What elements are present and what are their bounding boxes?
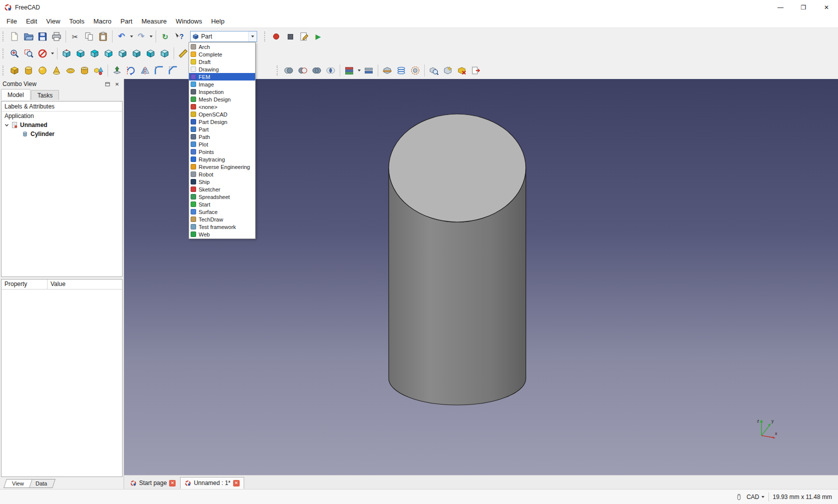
tab-tasks[interactable]: Tasks	[31, 90, 60, 100]
refine-shape-button[interactable]	[441, 63, 455, 78]
open-file-button[interactable]	[22, 29, 36, 44]
workbench-item-inspection[interactable]: Inspection	[189, 88, 255, 96]
workbench-item-web[interactable]: Web	[189, 230, 255, 238]
value-column-header[interactable]: Value	[48, 280, 69, 289]
draw-style-button[interactable]	[36, 46, 50, 61]
tab-close-button[interactable]: ✕	[233, 480, 240, 486]
sphere-button[interactable]	[36, 63, 50, 78]
workbench-item-test-framework[interactable]: Test framework	[189, 223, 255, 230]
combo-arrow[interactable]	[248, 32, 257, 42]
migrate-button[interactable]	[469, 63, 483, 78]
macro-edit-button[interactable]	[297, 29, 311, 44]
revolve-button[interactable]	[124, 63, 138, 78]
macro-stop-button[interactable]	[283, 29, 297, 44]
measure-distance-button[interactable]	[176, 46, 190, 61]
workbench-item-mesh-design[interactable]: Mesh Design	[189, 96, 255, 103]
fillet-button[interactable]	[152, 63, 166, 78]
mirror-button[interactable]	[138, 63, 152, 78]
redo-button[interactable]: ↷	[134, 29, 148, 44]
cylinder-button[interactable]	[22, 63, 36, 78]
menu-help[interactable]: Help	[207, 16, 229, 27]
menu-tools[interactable]: Tools	[65, 16, 89, 27]
tree-item-application[interactable]: Application	[2, 112, 122, 120]
nav-style-selector[interactable]: CAD	[746, 494, 764, 500]
offset-3d-button[interactable]	[408, 63, 422, 78]
torus-button[interactable]	[64, 63, 78, 78]
cross-sections-button[interactable]	[394, 63, 408, 78]
draw-style-dropdown-button[interactable]	[50, 46, 55, 61]
menu-part[interactable]: Part	[116, 16, 137, 27]
float-panel-button[interactable]	[104, 80, 112, 88]
rear-view-button[interactable]	[116, 46, 130, 61]
paste-button[interactable]	[96, 29, 110, 44]
menu-view[interactable]: View	[42, 16, 65, 27]
workbench-item-ship[interactable]: Ship	[189, 178, 255, 186]
workbench-item-sketcher[interactable]: Sketcher	[189, 186, 255, 193]
tube-button[interactable]	[78, 63, 92, 78]
left-view-button[interactable]	[144, 46, 158, 61]
macro-debug-button[interactable]: ▶	[311, 29, 325, 44]
union-button[interactable]	[310, 63, 324, 78]
workbench-item-robot[interactable]: Robot	[189, 170, 255, 178]
tab-view[interactable]: View	[4, 479, 33, 488]
workbench-selector[interactable]: Part	[190, 31, 257, 42]
mdi-tab-unnamed[interactable]: Unnamed : 1* ✕	[180, 477, 244, 489]
workbench-item-none[interactable]: <none>	[189, 103, 255, 110]
redo-dropdown-button[interactable]	[148, 29, 154, 44]
workbench-item-arch[interactable]: Arch	[189, 43, 255, 50]
top-view-button[interactable]	[88, 46, 102, 61]
cone-button[interactable]	[50, 63, 64, 78]
copy-button[interactable]	[82, 29, 96, 44]
front-view-button[interactable]	[74, 46, 88, 61]
workbench-item-complete[interactable]: Complete	[189, 50, 255, 58]
intersection-button[interactable]	[324, 63, 338, 78]
bottom-view-button[interactable]	[130, 46, 144, 61]
boolean-button[interactable]	[282, 63, 296, 78]
tree-item-document[interactable]: Unnamed	[2, 120, 122, 130]
box-zoom-button[interactable]	[22, 46, 36, 61]
create-primitives-button[interactable]	[92, 63, 106, 78]
workbench-item-drawing[interactable]: Drawing	[189, 66, 255, 73]
right-view-button[interactable]	[102, 46, 116, 61]
compound-button[interactable]	[342, 63, 356, 78]
property-column-header[interactable]: Property	[2, 280, 48, 289]
defeaturing-button[interactable]	[455, 63, 469, 78]
whats-this-button[interactable]: ?	[172, 29, 186, 44]
workbench-item-draft[interactable]: Draft	[189, 58, 255, 66]
menu-measure[interactable]: Measure	[137, 16, 172, 27]
isometric-view-button[interactable]	[60, 46, 74, 61]
menu-file[interactable]: File	[2, 16, 22, 27]
undo-dropdown-button[interactable]	[129, 29, 134, 44]
macro-record-button[interactable]	[269, 29, 283, 44]
workbench-item-techdraw[interactable]: TechDraw	[189, 216, 255, 223]
tab-model[interactable]: Model	[1, 89, 31, 100]
toolbar-grip[interactable]	[277, 66, 280, 76]
refresh-button[interactable]: ↻	[158, 29, 172, 44]
cut-button[interactable]: ✂	[68, 29, 82, 44]
close-panel-button[interactable]: ✕	[113, 80, 121, 88]
toolbar-grip[interactable]	[3, 48, 6, 58]
workbench-item-spreadsheet[interactable]: Spreadsheet	[189, 193, 255, 200]
workbench-item-surface[interactable]: Surface	[189, 208, 255, 216]
workbench-item-part-design[interactable]: Part Design	[189, 118, 255, 126]
menu-edit[interactable]: Edit	[22, 16, 42, 27]
cut-boolean-button[interactable]	[296, 63, 310, 78]
workbench-item-start[interactable]: Start	[189, 200, 255, 208]
workbench-item-openscad[interactable]: OpenSCAD	[189, 110, 255, 118]
close-button[interactable]: ✕	[815, 0, 838, 15]
fit-all-button[interactable]	[8, 46, 22, 61]
box-button[interactable]	[8, 63, 22, 78]
menu-macro[interactable]: Macro	[89, 16, 116, 27]
workbench-item-image[interactable]: Image	[189, 80, 255, 88]
extrude-button[interactable]	[110, 63, 124, 78]
workbench-item-part[interactable]: Part	[189, 126, 255, 133]
toolbar-grip[interactable]	[3, 66, 6, 76]
toolbar-grip[interactable]	[264, 32, 267, 42]
toolbar-grip[interactable]	[3, 32, 6, 42]
new-file-button[interactable]	[8, 29, 22, 44]
workbench-item-reverse-engineering[interactable]: Reverse Engineering	[189, 163, 255, 170]
section-button[interactable]	[380, 63, 394, 78]
compound-filter-button[interactable]	[362, 63, 376, 78]
compound-dropdown-button[interactable]	[356, 63, 362, 78]
expander-icon[interactable]	[5, 123, 9, 128]
